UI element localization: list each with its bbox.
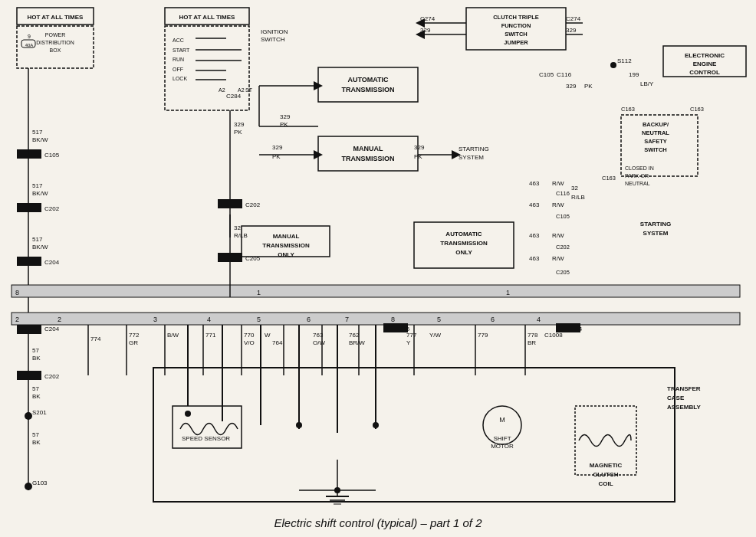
svg-text:TRANSMISSION: TRANSMISSION (440, 240, 488, 247)
svg-text:STARTING: STARTING (640, 221, 671, 228)
svg-point-223 (296, 422, 302, 428)
svg-text:W: W (265, 332, 271, 339)
svg-text:8: 8 (391, 316, 395, 323)
svg-text:C202: C202 (44, 373, 60, 380)
svg-text:COIL: COIL (598, 480, 613, 487)
svg-text:772: 772 (129, 332, 140, 339)
svg-text:LOCK: LOCK (173, 76, 187, 81)
svg-text:C274: C274 (420, 15, 436, 22)
svg-text:TRANSFER: TRANSFER (667, 385, 701, 392)
svg-rect-48 (12, 313, 740, 325)
svg-text:C205: C205 (245, 255, 261, 262)
svg-text:CLUTCH: CLUTCH (593, 471, 619, 478)
svg-text:G103: G103 (32, 480, 48, 486)
svg-text:START: START (173, 47, 190, 53)
svg-text:AUTOMATIC: AUTOMATIC (445, 231, 482, 237)
svg-rect-159 (17, 371, 41, 380)
svg-text:777: 777 (406, 332, 417, 339)
svg-text:770: 770 (244, 332, 255, 339)
svg-rect-44 (12, 285, 740, 297)
svg-text:BK: BK (32, 393, 41, 400)
svg-text:RUN: RUN (173, 57, 184, 62)
svg-text:329: 329 (280, 113, 291, 120)
svg-point-161 (25, 412, 32, 420)
svg-text:517: 517 (32, 236, 43, 243)
svg-text:BK: BK (32, 439, 41, 446)
svg-point-222 (185, 411, 191, 417)
svg-text:AUTOMATIC: AUTOMATIC (347, 76, 389, 83)
svg-text:S201: S201 (32, 409, 47, 416)
svg-text:5: 5 (437, 316, 441, 323)
svg-text:GR: GR (129, 339, 138, 346)
svg-text:OFF: OFF (173, 67, 183, 72)
diagram-caption: Electric shift control (typical) – part … (274, 516, 482, 529)
svg-text:CLUTCH TRIPLE: CLUTCH TRIPLE (493, 14, 539, 21)
svg-text:IGNITION: IGNITION (261, 28, 288, 35)
svg-text:M: M (499, 416, 505, 424)
svg-point-113 (610, 62, 616, 68)
svg-text:R/W: R/W (552, 180, 564, 187)
svg-text:TRANSMISSION: TRANSMISSION (341, 86, 394, 93)
svg-text:SPEED SENSOR: SPEED SENSOR (182, 435, 230, 442)
svg-text:PARK OR: PARK OR (625, 173, 649, 178)
svg-text:ENGINE: ENGINE (693, 61, 717, 67)
svg-text:763: 763 (313, 332, 324, 339)
svg-text:32: 32 (571, 185, 578, 192)
svg-text:SWITCH: SWITCH (505, 31, 528, 38)
svg-point-227 (334, 487, 340, 493)
svg-text:4: 4 (537, 316, 541, 323)
svg-text:C204: C204 (44, 259, 60, 266)
svg-text:C205: C205 (556, 269, 570, 276)
svg-text:C284: C284 (226, 93, 242, 100)
svg-text:774: 774 (90, 336, 101, 342)
svg-text:C204: C204 (44, 326, 60, 332)
svg-text:463: 463 (529, 201, 540, 208)
svg-text:Y: Y (406, 339, 411, 346)
svg-text:C163: C163 (690, 106, 704, 113)
svg-text:BOX: BOX (50, 47, 61, 53)
svg-text:O/W: O/W (313, 339, 325, 346)
svg-text:329: 329 (566, 27, 577, 34)
svg-rect-42 (17, 257, 41, 266)
svg-text:C202: C202 (245, 201, 261, 208)
svg-text:SAFETY: SAFETY (644, 138, 667, 145)
svg-text:R/LB: R/LB (234, 232, 248, 239)
svg-text:ELECTRONIC: ELECTRONIC (685, 52, 725, 59)
svg-rect-166 (17, 325, 41, 334)
svg-text:FUNCTION: FUNCTION (501, 22, 531, 29)
svg-text:463: 463 (529, 232, 540, 239)
svg-text:PK: PK (280, 121, 288, 128)
svg-text:329: 329 (414, 144, 425, 151)
svg-text:MOTOR: MOTOR (491, 443, 514, 450)
svg-text:S112: S112 (617, 57, 632, 64)
svg-text:TRANSMISSION: TRANSMISSION (341, 155, 394, 162)
svg-text:ST: ST (245, 87, 253, 93)
svg-text:57: 57 (32, 431, 39, 438)
svg-text:LB/Y: LB/Y (640, 80, 654, 87)
svg-text:762: 762 (349, 332, 360, 339)
svg-text:R/W: R/W (552, 201, 564, 208)
svg-text:A2: A2 (238, 87, 245, 93)
svg-text:A2: A2 (219, 87, 225, 93)
svg-text:ONLY: ONLY (455, 249, 472, 256)
svg-text:2: 2 (15, 316, 19, 323)
svg-text:57: 57 (32, 347, 39, 354)
svg-text:BK/W: BK/W (32, 244, 48, 250)
svg-text:POWER: POWER (45, 32, 65, 38)
wiring-diagram-svg: HOT AT ALL TIMES POWER DISTRIBUTION BOX … (0, 0, 756, 537)
svg-text:6: 6 (307, 316, 311, 323)
svg-text:2: 2 (58, 316, 61, 323)
svg-text:CLOSED IN: CLOSED IN (625, 165, 654, 171)
svg-text:ONLY: ONLY (278, 251, 294, 258)
svg-text:329: 329 (566, 83, 577, 90)
svg-text:V/O: V/O (244, 339, 255, 346)
svg-text:MANUAL: MANUAL (353, 145, 383, 152)
svg-text:329: 329 (234, 121, 245, 128)
svg-text:C1008: C1008 (544, 332, 563, 339)
svg-text:C116: C116 (557, 71, 572, 78)
svg-text:C202: C202 (556, 244, 570, 250)
svg-rect-64 (218, 199, 242, 208)
svg-text:4: 4 (207, 316, 211, 323)
svg-text:PK: PK (414, 153, 422, 160)
svg-text:BR: BR (528, 339, 536, 346)
